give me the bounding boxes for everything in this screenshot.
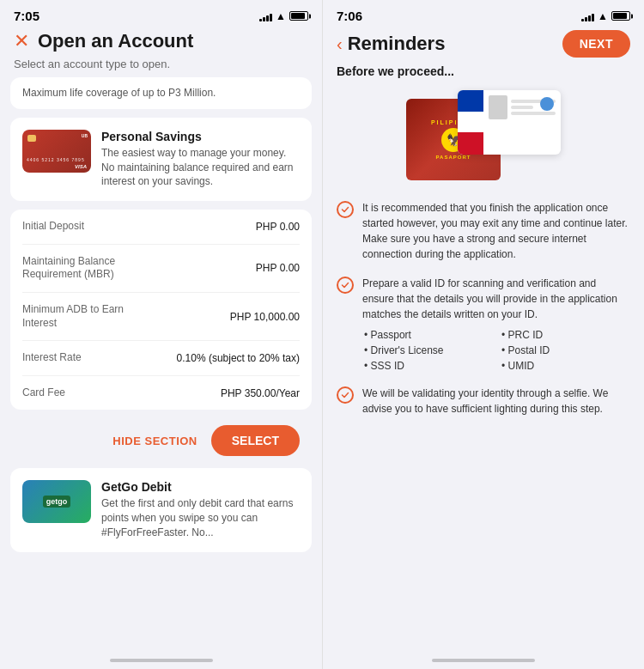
detail-value-2: PHP 10,000.00 — [230, 311, 300, 323]
hide-section-button[interactable]: HIDE SECTION — [112, 435, 197, 447]
signal-icon — [259, 11, 272, 21]
wifi-icon-right: ▲ — [598, 10, 608, 22]
left-header: ✕ Open an Account Select an account type… — [0, 27, 322, 77]
id-circle — [540, 97, 554, 111]
detail-value-0: PHP 0.00 — [256, 221, 300, 233]
detail-row-2: Minimum ADB to Earn Interest PHP 10,000.… — [22, 293, 300, 341]
title-area: ‹ Reminders — [337, 33, 445, 55]
battery-icon — [289, 11, 308, 21]
checkmark-icon-2 — [341, 281, 349, 289]
id-line-3 — [511, 112, 556, 115]
reminder-text-2: Prepare a valid ID for scanning and veri… — [362, 276, 630, 322]
id-card-content — [483, 90, 561, 155]
partial-card: Maximum life coverage of up to P3 Millio… — [10, 77, 312, 109]
getgo-info: GetGo Debit Get the first and only debit… — [101, 480, 300, 539]
page-subtitle: Select an account type to open. — [14, 58, 308, 70]
check-circle-3 — [337, 386, 354, 404]
status-icons-left: ▲ — [259, 10, 308, 22]
reminder-item-2: Prepare a valid ID for scanning and veri… — [337, 276, 630, 372]
home-indicator-left — [0, 654, 322, 669]
reminder-item-3: We will be validating your identity thro… — [337, 386, 630, 417]
passport-area: PILIPINAS 🦅 PASAPORT — [337, 90, 630, 185]
before-proceed-text: Before we proceed... — [337, 64, 630, 78]
detail-row-4: Card Fee PHP 350.00/Year — [22, 376, 300, 411]
id-flag-strip — [458, 90, 483, 155]
passport-visual: PILIPINAS 🦅 PASAPORT — [406, 90, 561, 185]
reminder-item-1: It is recommended that you finish the ap… — [337, 200, 630, 262]
detail-label-3: Interest Rate — [22, 351, 82, 365]
right-panel: 7:06 ▲ ‹ Reminders NEXT Before we procee… — [322, 0, 644, 669]
page-title: Open an Account — [38, 30, 193, 52]
detail-value-1: PHP 0.00 — [256, 262, 300, 274]
close-icon[interactable]: ✕ — [14, 32, 29, 51]
personal-savings-name: Personal Savings — [101, 130, 300, 143]
id-type-0: Passport — [364, 329, 493, 341]
status-bar-left: 7:05 ▲ — [0, 0, 322, 27]
reminder-text-3: We will be validating your identity thro… — [362, 386, 630, 417]
detail-row-1: Maintaining Balance Requirement (MBR) PH… — [22, 245, 300, 293]
detail-label-2: Minimum ADB to Earn Interest — [22, 303, 134, 330]
id-grid: Passport PRC ID Driver's License Postal … — [362, 329, 630, 372]
id-type-3: Postal ID — [501, 344, 630, 356]
detail-label-1: Maintaining Balance Requirement (MBR) — [22, 255, 134, 282]
right-header: ‹ Reminders NEXT — [323, 27, 644, 64]
right-scroll-content: Before we proceed... PILIPINAS 🦅 PASAPOR… — [323, 64, 644, 654]
home-indicator-right — [323, 654, 644, 669]
personal-savings-card-image: UB 4406 5212 3456 7895 VISA — [22, 130, 91, 173]
detail-value-3: 0.10% (subject to 20% tax) — [177, 352, 300, 364]
back-icon[interactable]: ‹ — [337, 34, 343, 54]
left-scroll-content: Maximum life coverage of up to P3 Millio… — [0, 77, 322, 654]
personal-savings-desc: The easiest way to manage your money. No… — [101, 146, 300, 189]
action-row: HIDE SECTION SELECT — [10, 418, 312, 468]
detail-label-0: Initial Deposit — [22, 220, 84, 234]
getgo-card-image: getgo — [22, 480, 91, 523]
reminder-text-1: It is recommended that you finish the ap… — [362, 200, 630, 262]
detail-row-0: Initial Deposit PHP 0.00 — [22, 210, 300, 245]
personal-savings-info: Personal Savings The easiest way to mana… — [101, 130, 300, 189]
getgo-card-item[interactable]: getgo GetGo Debit Get the first and only… — [10, 468, 312, 551]
id-card-photo — [489, 95, 507, 119]
wifi-icon: ▲ — [276, 10, 286, 22]
personal-savings-card-item[interactable]: UB 4406 5212 3456 7895 VISA Personal Sav… — [10, 118, 312, 201]
id-type-2: Driver's License — [364, 344, 493, 356]
status-icons-right: ▲ — [581, 10, 630, 22]
reminder-2-container: Prepare a valid ID for scanning and veri… — [362, 276, 630, 372]
id-line-2 — [511, 106, 533, 109]
next-button[interactable]: NEXT — [562, 30, 630, 58]
id-type-1: PRC ID — [501, 329, 630, 341]
getgo-desc: Get the first and only debit card that e… — [101, 496, 300, 539]
check-circle-2 — [337, 277, 354, 294]
partial-text: Maximum life coverage of up to P3 Millio… — [22, 87, 216, 99]
battery-icon-right — [611, 11, 630, 21]
signal-icon-right — [581, 11, 594, 21]
detail-rows: Initial Deposit PHP 0.00 Maintaining Bal… — [10, 210, 312, 410]
id-card-visual — [458, 90, 561, 155]
checkmark-icon-1 — [341, 205, 349, 214]
id-type-5: UMID — [501, 360, 630, 372]
detail-row-3: Interest Rate 0.10% (subject to 20% tax) — [22, 341, 300, 376]
checkmark-icon-3 — [341, 391, 349, 399]
time-right: 7:06 — [337, 9, 362, 23]
right-page-title: Reminders — [348, 33, 446, 55]
check-circle-1 — [337, 201, 354, 218]
getgo-name: GetGo Debit — [101, 480, 300, 494]
time-left: 7:05 — [14, 9, 39, 23]
status-bar-right: 7:06 ▲ — [323, 0, 644, 27]
passport-subtitle-text: PASAPORT — [436, 155, 471, 160]
detail-label-4: Card Fee — [22, 386, 65, 400]
left-panel: 7:05 ▲ ✕ Open an Account Select an accou… — [0, 0, 322, 669]
select-button[interactable]: SELECT — [211, 425, 300, 456]
id-type-4: SSS ID — [364, 360, 493, 372]
detail-value-4: PHP 350.00/Year — [221, 387, 300, 399]
